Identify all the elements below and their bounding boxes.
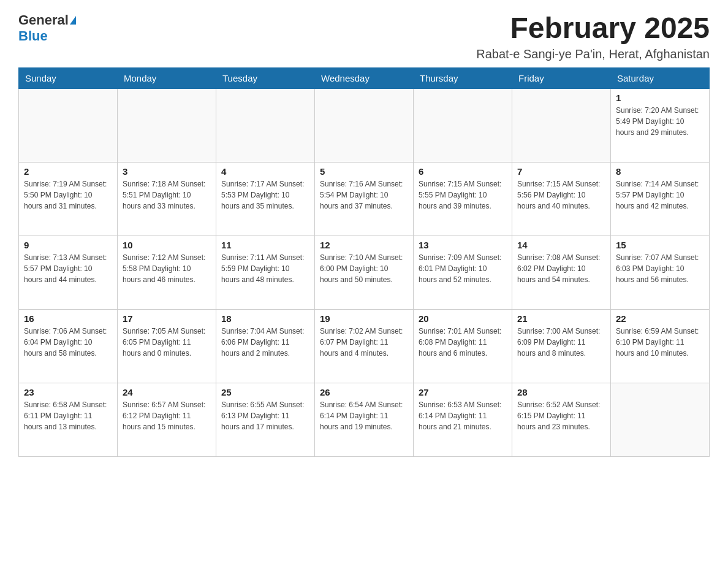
day-info: Sunrise: 7:15 AM Sunset: 5:55 PM Dayligh… xyxy=(419,178,507,212)
day-info: Sunrise: 6:52 AM Sunset: 6:15 PM Dayligh… xyxy=(517,399,605,432)
day-number: 18 xyxy=(221,313,309,324)
day-info: Sunrise: 7:04 AM Sunset: 6:06 PM Dayligh… xyxy=(221,326,309,359)
day-info: Sunrise: 7:06 AM Sunset: 6:04 PM Dayligh… xyxy=(24,326,112,359)
calendar-cell: 14Sunrise: 7:08 AM Sunset: 6:02 PM Dayli… xyxy=(512,236,611,309)
calendar-cell: 25Sunrise: 6:55 AM Sunset: 6:13 PM Dayli… xyxy=(216,383,315,456)
day-number: 20 xyxy=(419,313,507,324)
calendar-cell: 22Sunrise: 6:59 AM Sunset: 6:10 PM Dayli… xyxy=(611,309,710,383)
calendar-cell: 1Sunrise: 7:20 AM Sunset: 5:49 PM Daylig… xyxy=(611,88,710,162)
calendar-cell: 2Sunrise: 7:19 AM Sunset: 5:50 PM Daylig… xyxy=(19,162,118,236)
day-number: 23 xyxy=(24,387,112,397)
day-number: 6 xyxy=(419,166,507,177)
day-info: Sunrise: 7:07 AM Sunset: 6:03 PM Dayligh… xyxy=(616,252,704,285)
calendar-cell: 5Sunrise: 7:16 AM Sunset: 5:54 PM Daylig… xyxy=(315,162,414,236)
day-number: 27 xyxy=(419,387,507,397)
calendar-cell: 12Sunrise: 7:10 AM Sunset: 6:00 PM Dayli… xyxy=(315,236,414,309)
day-number: 1 xyxy=(616,93,704,103)
month-year-title: February 2025 xyxy=(476,12,710,45)
calendar-week-row: 9Sunrise: 7:13 AM Sunset: 5:57 PM Daylig… xyxy=(19,236,710,309)
day-number: 12 xyxy=(320,240,408,250)
day-info: Sunrise: 6:58 AM Sunset: 6:11 PM Dayligh… xyxy=(24,399,112,432)
day-info: Sunrise: 6:54 AM Sunset: 6:14 PM Dayligh… xyxy=(320,399,408,432)
day-number: 17 xyxy=(123,313,211,324)
weekday-header-friday: Friday xyxy=(512,67,611,88)
day-number: 11 xyxy=(221,240,309,250)
calendar-cell xyxy=(512,88,611,162)
calendar-cell: 16Sunrise: 7:06 AM Sunset: 6:04 PM Dayli… xyxy=(19,309,118,383)
day-number: 5 xyxy=(320,166,408,177)
day-number: 9 xyxy=(24,240,112,250)
day-info: Sunrise: 7:05 AM Sunset: 6:05 PM Dayligh… xyxy=(123,326,211,359)
day-number: 22 xyxy=(616,313,704,324)
weekday-header-thursday: Thursday xyxy=(414,67,512,88)
day-number: 15 xyxy=(616,240,704,250)
day-info: Sunrise: 7:18 AM Sunset: 5:51 PM Dayligh… xyxy=(123,178,211,212)
calendar-cell xyxy=(315,88,414,162)
calendar-cell: 19Sunrise: 7:02 AM Sunset: 6:07 PM Dayli… xyxy=(315,309,414,383)
weekday-header-sunday: Sunday xyxy=(19,67,118,88)
calendar-cell: 18Sunrise: 7:04 AM Sunset: 6:06 PM Dayli… xyxy=(216,309,315,383)
calendar-cell: 13Sunrise: 7:09 AM Sunset: 6:01 PM Dayli… xyxy=(414,236,512,309)
calendar-week-row: 23Sunrise: 6:58 AM Sunset: 6:11 PM Dayli… xyxy=(19,383,710,456)
day-number: 25 xyxy=(221,387,309,397)
calendar-cell xyxy=(414,88,512,162)
calendar-cell: 27Sunrise: 6:53 AM Sunset: 6:14 PM Dayli… xyxy=(414,383,512,456)
weekday-header-monday: Monday xyxy=(118,67,216,88)
calendar-table: SundayMondayTuesdayWednesdayThursdayFrid… xyxy=(18,67,710,457)
calendar-week-row: 1Sunrise: 7:20 AM Sunset: 5:49 PM Daylig… xyxy=(19,88,710,162)
calendar-cell: 4Sunrise: 7:17 AM Sunset: 5:53 PM Daylig… xyxy=(216,162,315,236)
day-info: Sunrise: 7:20 AM Sunset: 5:49 PM Dayligh… xyxy=(616,105,704,138)
calendar-cell: 3Sunrise: 7:18 AM Sunset: 5:51 PM Daylig… xyxy=(118,162,216,236)
calendar-cell xyxy=(216,88,315,162)
day-info: Sunrise: 7:13 AM Sunset: 5:57 PM Dayligh… xyxy=(24,252,112,285)
day-info: Sunrise: 7:11 AM Sunset: 5:59 PM Dayligh… xyxy=(221,252,309,285)
calendar-cell: 11Sunrise: 7:11 AM Sunset: 5:59 PM Dayli… xyxy=(216,236,315,309)
calendar-cell: 21Sunrise: 7:00 AM Sunset: 6:09 PM Dayli… xyxy=(512,309,611,383)
logo-blue-text: Blue xyxy=(18,28,48,44)
day-number: 28 xyxy=(517,387,605,397)
day-number: 7 xyxy=(517,166,605,177)
weekday-header-tuesday: Tuesday xyxy=(216,67,315,88)
day-number: 2 xyxy=(24,166,112,177)
day-info: Sunrise: 7:17 AM Sunset: 5:53 PM Dayligh… xyxy=(221,178,309,212)
day-number: 14 xyxy=(517,240,605,250)
day-info: Sunrise: 7:01 AM Sunset: 6:08 PM Dayligh… xyxy=(419,326,507,359)
day-info: Sunrise: 6:55 AM Sunset: 6:13 PM Dayligh… xyxy=(221,399,309,432)
location-subtitle: Rabat-e Sangi-ye Pa'in, Herat, Afghanist… xyxy=(476,47,710,61)
calendar-cell: 6Sunrise: 7:15 AM Sunset: 5:55 PM Daylig… xyxy=(414,162,512,236)
day-info: Sunrise: 6:53 AM Sunset: 6:14 PM Dayligh… xyxy=(419,399,507,432)
logo-general-text: General xyxy=(18,12,69,28)
calendar-cell: 7Sunrise: 7:15 AM Sunset: 5:56 PM Daylig… xyxy=(512,162,611,236)
day-info: Sunrise: 7:19 AM Sunset: 5:50 PM Dayligh… xyxy=(24,178,112,212)
page-header: General Blue February 2025 Rabat-e Sangi… xyxy=(18,12,710,61)
day-number: 21 xyxy=(517,313,605,324)
day-info: Sunrise: 7:15 AM Sunset: 5:56 PM Dayligh… xyxy=(517,178,605,212)
day-info: Sunrise: 6:59 AM Sunset: 6:10 PM Dayligh… xyxy=(616,326,704,359)
day-number: 10 xyxy=(123,240,211,250)
day-info: Sunrise: 7:00 AM Sunset: 6:09 PM Dayligh… xyxy=(517,326,605,359)
calendar-week-row: 16Sunrise: 7:06 AM Sunset: 6:04 PM Dayli… xyxy=(19,309,710,383)
weekday-header-wednesday: Wednesday xyxy=(315,67,414,88)
title-area: February 2025 Rabat-e Sangi-ye Pa'in, He… xyxy=(476,12,710,61)
calendar-cell xyxy=(19,88,118,162)
day-info: Sunrise: 7:10 AM Sunset: 6:00 PM Dayligh… xyxy=(320,252,408,285)
day-info: Sunrise: 7:14 AM Sunset: 5:57 PM Dayligh… xyxy=(616,178,704,212)
day-number: 16 xyxy=(24,313,112,324)
logo-triangle-icon xyxy=(70,16,76,25)
day-info: Sunrise: 7:02 AM Sunset: 6:07 PM Dayligh… xyxy=(320,326,408,359)
calendar-cell xyxy=(118,88,216,162)
calendar-cell: 24Sunrise: 6:57 AM Sunset: 6:12 PM Dayli… xyxy=(118,383,216,456)
calendar-header-row: SundayMondayTuesdayWednesdayThursdayFrid… xyxy=(19,67,710,88)
weekday-header-saturday: Saturday xyxy=(611,67,710,88)
day-info: Sunrise: 7:16 AM Sunset: 5:54 PM Dayligh… xyxy=(320,178,408,212)
calendar-cell: 8Sunrise: 7:14 AM Sunset: 5:57 PM Daylig… xyxy=(611,162,710,236)
calendar-cell: 10Sunrise: 7:12 AM Sunset: 5:58 PM Dayli… xyxy=(118,236,216,309)
day-info: Sunrise: 7:12 AM Sunset: 5:58 PM Dayligh… xyxy=(123,252,211,285)
calendar-cell: 20Sunrise: 7:01 AM Sunset: 6:08 PM Dayli… xyxy=(414,309,512,383)
day-number: 13 xyxy=(419,240,507,250)
day-number: 26 xyxy=(320,387,408,397)
calendar-cell: 17Sunrise: 7:05 AM Sunset: 6:05 PM Dayli… xyxy=(118,309,216,383)
calendar-cell: 9Sunrise: 7:13 AM Sunset: 5:57 PM Daylig… xyxy=(19,236,118,309)
logo: General Blue xyxy=(18,12,76,44)
day-number: 24 xyxy=(123,387,211,397)
